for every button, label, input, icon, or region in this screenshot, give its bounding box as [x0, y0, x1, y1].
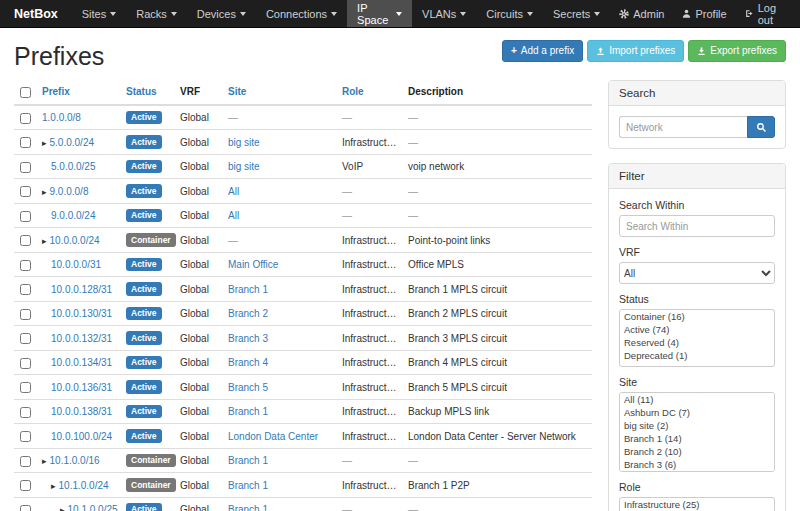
- prefix-link[interactable]: 10.0.0.0/31: [51, 259, 101, 270]
- app-logo[interactable]: NetBox: [0, 0, 72, 27]
- site-link[interactable]: Branch 1: [228, 455, 268, 466]
- expand-toggle-icon[interactable]: ▸: [42, 236, 47, 246]
- prefix-link[interactable]: 10.0.0.132/31: [51, 333, 112, 344]
- filter-option[interactable]: Active (74): [620, 323, 774, 336]
- nav-item-devices[interactable]: Devices: [187, 0, 256, 27]
- row-checkbox[interactable]: [20, 407, 31, 418]
- row-checkbox[interactable]: [20, 162, 31, 173]
- filter-option[interactable]: Infrastructure (25): [620, 498, 774, 511]
- prefix-link[interactable]: 10.0.100.0/24: [51, 431, 112, 442]
- nav-item-vlans[interactable]: VLANs: [412, 0, 476, 27]
- export-prefixes-button[interactable]: Export prefixes: [688, 40, 786, 62]
- site-link[interactable]: Branch 1: [228, 504, 268, 511]
- row-checkbox[interactable]: [20, 113, 31, 124]
- site-link[interactable]: big site: [228, 137, 260, 148]
- site-link[interactable]: Main Office: [228, 259, 278, 270]
- status-cell: Active: [122, 399, 176, 424]
- filter-option[interactable]: Container (16): [620, 310, 774, 323]
- row-checkbox[interactable]: [20, 333, 31, 344]
- prefix-link[interactable]: 10.0.0.138/31: [51, 406, 112, 417]
- expand-toggle-icon[interactable]: ▸: [42, 187, 47, 197]
- role-filter-select[interactable]: Infrastructure (25)Management (8)Private…: [619, 497, 775, 511]
- prefix-link[interactable]: 10.1.0.0/25: [68, 504, 118, 511]
- prefix-link[interactable]: 10.0.0.134/31: [51, 357, 112, 368]
- add-prefix-button[interactable]: + Add a prefix: [502, 40, 583, 62]
- prefix-link[interactable]: 10.0.0.0/24: [50, 235, 100, 246]
- prefix-link[interactable]: 5.0.0.0/25: [51, 161, 95, 172]
- prefix-link[interactable]: 9.0.0.0/24: [51, 210, 95, 221]
- prefix-link[interactable]: 10.0.0.130/31: [51, 308, 112, 319]
- filter-option[interactable]: Branch 4 (12): [620, 471, 774, 472]
- filter-option[interactable]: Reserved (4): [620, 336, 774, 349]
- row-checkbox[interactable]: [20, 456, 31, 467]
- filter-option[interactable]: Deprecated (1): [620, 349, 774, 362]
- column-header-role[interactable]: Role: [338, 80, 404, 105]
- expand-toggle-icon[interactable]: ▸: [60, 505, 65, 511]
- column-header-prefix[interactable]: Prefix: [38, 80, 122, 105]
- row-checkbox[interactable]: [20, 260, 31, 271]
- vrf-select[interactable]: All: [619, 262, 775, 284]
- status-filter-select[interactable]: Container (16)Active (74)Reserved (4)Dep…: [619, 309, 775, 367]
- search-input[interactable]: [619, 116, 747, 138]
- nav-item-label: IP Space: [357, 2, 392, 26]
- row-checkbox[interactable]: [20, 186, 31, 197]
- site-link[interactable]: Branch 1: [228, 480, 268, 491]
- table-row: ▸5.0.0.0/24ActiveGlobalbig siteInfrastru…: [14, 130, 592, 155]
- filter-option[interactable]: Branch 3 (6): [620, 458, 774, 471]
- site-link[interactable]: Branch 2: [228, 308, 268, 319]
- search-button[interactable]: [747, 116, 775, 138]
- nav-item-sites[interactable]: Sites: [72, 0, 126, 27]
- nav-item-admin[interactable]: Admin: [610, 0, 673, 27]
- nav-item-racks[interactable]: Racks: [126, 0, 187, 27]
- prefix-link[interactable]: 1.0.0.0/8: [42, 112, 81, 123]
- row-checkbox[interactable]: [20, 431, 31, 442]
- filter-option[interactable]: Branch 1 (14): [620, 432, 774, 445]
- row-checkbox[interactable]: [20, 382, 31, 393]
- site-link[interactable]: Branch 5: [228, 382, 268, 393]
- role-cell: Infrastructure: [338, 252, 404, 277]
- prefix-link[interactable]: 10.1.0.0/24: [59, 480, 109, 491]
- nav-item-label: Sites: [82, 8, 106, 20]
- prefix-link[interactable]: 10.1.0.0/16: [50, 455, 100, 466]
- filter-option[interactable]: big site (2): [620, 419, 774, 432]
- row-checkbox[interactable]: [20, 235, 31, 246]
- site-link[interactable]: London Data Center: [228, 431, 318, 442]
- site-link[interactable]: big site: [228, 161, 260, 172]
- prefix-link[interactable]: 5.0.0.0/24: [50, 137, 94, 148]
- row-checkbox[interactable]: [20, 358, 31, 369]
- row-checkbox[interactable]: [20, 211, 31, 222]
- nav-item-ip-space[interactable]: IP Space: [347, 0, 412, 27]
- site-link[interactable]: All: [228, 210, 239, 221]
- filter-option[interactable]: Branch 2 (10): [620, 445, 774, 458]
- nav-item-secrets[interactable]: Secrets: [543, 0, 610, 27]
- column-header-status[interactable]: Status: [122, 80, 176, 105]
- row-checkbox[interactable]: [20, 137, 31, 148]
- expand-toggle-icon[interactable]: ▸: [51, 481, 56, 491]
- description-cell: Branch 1 MPLS circuit: [404, 277, 592, 302]
- site-link[interactable]: Branch 3: [228, 333, 268, 344]
- prefix-link[interactable]: 10.0.0.136/31: [51, 382, 112, 393]
- column-header-site[interactable]: Site: [224, 80, 338, 105]
- site-link[interactable]: All: [228, 186, 239, 197]
- site-filter-select[interactable]: All (11)Ashburn DC (7)big site (2)Branch…: [619, 392, 775, 472]
- select-all-checkbox[interactable]: [20, 87, 31, 98]
- expand-toggle-icon[interactable]: ▸: [42, 456, 47, 466]
- prefix-link[interactable]: 10.0.0.128/31: [51, 284, 112, 295]
- row-checkbox[interactable]: [20, 284, 31, 295]
- prefix-link[interactable]: 9.0.0.0/8: [50, 186, 89, 197]
- site-link[interactable]: Branch 1: [228, 284, 268, 295]
- row-checkbox[interactable]: [20, 480, 31, 491]
- nav-item-logout[interactable]: Log out: [736, 0, 800, 27]
- search-within-input[interactable]: [619, 215, 775, 237]
- expand-toggle-icon[interactable]: ▸: [42, 138, 47, 148]
- filter-option[interactable]: All (11): [620, 393, 774, 406]
- site-link[interactable]: Branch 4: [228, 357, 268, 368]
- filter-option[interactable]: Ashburn DC (7): [620, 406, 774, 419]
- import-prefixes-button[interactable]: Import prefixes: [587, 40, 684, 62]
- row-checkbox[interactable]: [20, 309, 31, 320]
- nav-item-circuits[interactable]: Circuits: [476, 0, 543, 27]
- row-checkbox[interactable]: [20, 505, 31, 511]
- site-link[interactable]: Branch 1: [228, 406, 268, 417]
- nav-item-profile[interactable]: Profile: [673, 0, 735, 27]
- nav-item-connections[interactable]: Connections: [256, 0, 347, 27]
